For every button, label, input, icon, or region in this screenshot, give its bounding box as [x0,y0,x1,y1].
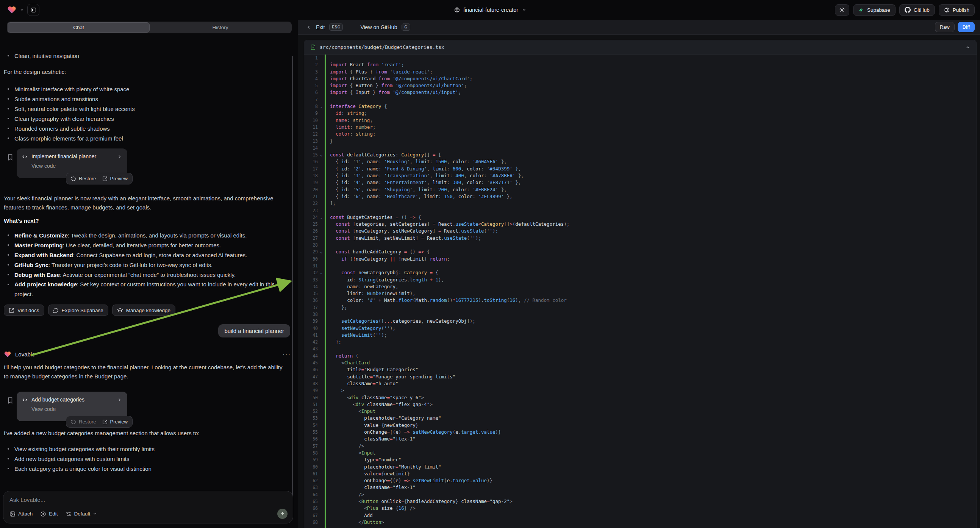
model-default-button[interactable]: Default [65,511,97,517]
code-text: <div className="flex gap-4"> [325,401,433,408]
line-number: 29 [304,248,318,255]
visit-docs-button[interactable]: Visit docs [4,305,45,316]
g-key-badge: G [401,24,410,31]
tab-history[interactable]: History [150,22,291,33]
code-line: 3import { Plus } from 'lucide-react'; [304,68,977,75]
view-on-github-button[interactable]: View on GitHub [360,24,397,30]
message-menu-button[interactable]: ··· [283,351,291,358]
code-line: 36 color: '#' + Math.floor(Math.random()… [304,297,977,304]
code-text: ]; [325,200,336,207]
code-text: const newCategoryObj: Category = { [325,269,438,276]
list-item: Debug with Ease: Activate our experiment… [4,270,286,280]
list-item-bold: Expand with Backend [14,252,73,258]
fold-toggle-icon [318,193,325,200]
publish-button[interactable]: Publish [939,4,975,16]
globe-icon [454,7,460,13]
settings-button[interactable] [835,4,849,16]
file-path: src/components/budget/BudgetCategories.t… [320,44,444,50]
send-button[interactable] [277,509,288,519]
chat-input[interactable] [10,496,287,503]
supabase-button[interactable]: Supabase [853,4,896,16]
bullet-dot-icon [8,254,9,256]
restore-button[interactable]: Restore [71,419,96,425]
fold-toggle-icon [318,311,325,318]
view-code-link[interactable]: View code [32,406,122,412]
chat-scrollbar[interactable] [292,56,293,508]
bullet-list: View existing budget categories with the… [4,444,286,474]
lovable-logo-heart-icon[interactable] [7,5,17,14]
fold-toggle-icon [318,124,325,131]
chevron-left-icon[interactable] [306,25,312,30]
line-number: 54 [304,422,318,429]
edit-mode-button[interactable]: Edit [40,511,57,517]
code-text: className="h-auto" [325,380,399,387]
list-item-text: Each category gets a unique color for vi… [14,466,151,472]
fold-toggle-icon [318,394,325,401]
code-line: 68 </Button> [304,519,977,526]
diff-button[interactable]: Diff [958,22,975,32]
attach-button[interactable]: Attach [10,511,33,517]
bullet-dot-icon [8,108,9,110]
logo-chevron-down-icon[interactable] [20,8,24,12]
file-header[interactable]: src/components/budget/BudgetCategories.t… [304,40,977,54]
list-item-text: Master Prompting: Use clear, detailed, a… [14,242,221,248]
line-number: 17 [304,165,318,172]
code-line: 9 id: string; [304,110,977,117]
fold-toggle-icon[interactable]: ⌄ [318,269,325,276]
code-line: 18 { id: '3', name: 'Transportation', li… [304,172,977,179]
code-text: </Button> [325,519,384,526]
toggle-sidebar-button[interactable] [27,4,40,16]
tab-chat[interactable]: Chat [8,22,150,33]
manage-knowledge-button[interactable]: Manage knowledge [112,305,175,316]
fold-toggle-icon [318,318,325,324]
list-item-text: Glass-morphic elements for a premium fee… [14,135,123,142]
line-number: 18 [304,172,318,179]
preview-button[interactable]: Preview [102,419,128,425]
view-code-link[interactable]: View code [32,163,122,169]
fold-toggle-icon [318,89,325,96]
composer: Attach Edit Default [3,491,293,523]
line-number: 8 [304,103,318,110]
line-number: 64 [304,491,318,498]
bullet-dot-icon [8,284,9,285]
fold-toggle-icon [318,110,325,117]
line-number: 63 [304,484,318,491]
code-text: type="number" [325,456,401,463]
raw-button[interactable]: Raw [935,22,955,32]
fold-toggle-icon [318,345,325,352]
fold-toggle-icon [318,415,325,421]
fold-toggle-icon[interactable]: ⌄ [318,248,325,255]
line-number: 12 [304,131,318,137]
code-line: 33 id: String(categories.length + 1), [304,277,977,283]
code-text: <Button onClick={handleAddCategory} clas… [325,498,512,505]
project-switcher[interactable]: financial-future-creator [454,0,526,20]
line-number: 36 [304,297,318,304]
code-line: 4import ChartCard from '@/components/ui/… [304,75,977,82]
line-number: 26 [304,227,318,234]
github-button[interactable]: GitHub [899,4,935,16]
code-toolbar: Exit ESC View on GitHub G Raw Diff [298,20,980,35]
explore-supabase-button[interactable]: Explore Supabase [48,305,108,316]
code-line: 62 onChange={(e) => setNewLimit(e.target… [304,477,977,484]
list-item: Minimalist interface with plenty of whit… [4,84,286,94]
chevron-up-icon[interactable] [965,45,970,50]
code-text: color: string; [325,131,375,137]
preview-button[interactable]: Preview [102,176,128,181]
fold-toggle-icon[interactable]: ⌄ [318,103,325,110]
bullet-dot-icon [8,448,9,450]
fold-toggle-icon[interactable]: ⌄ [318,151,325,158]
fold-toggle-icon [318,387,325,394]
fold-toggle-icon [318,96,325,103]
exit-button[interactable]: Exit [316,24,325,30]
restore-button[interactable]: Restore [71,176,96,181]
fold-toggle-icon[interactable]: ⌄ [318,214,325,221]
code-text: <Plus size={16} /> [325,505,415,512]
fold-toggle-icon [318,138,325,145]
diff-added-gutter [325,54,326,528]
line-number: 67 [304,512,318,519]
restore-icon [71,419,76,425]
code-text: { id: '5', name: 'Shopping', limit: 200,… [325,186,507,193]
code-line: 58 <Input [304,450,977,456]
line-number: 21 [304,193,318,200]
code-line: 38 [304,311,977,318]
